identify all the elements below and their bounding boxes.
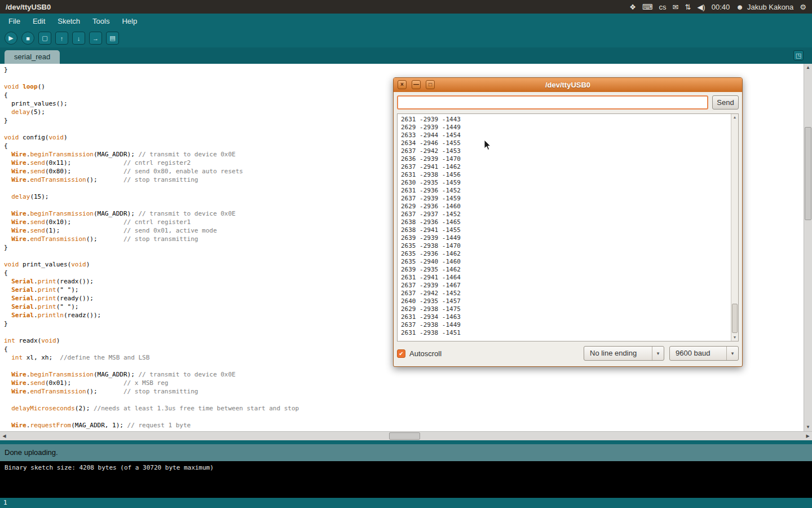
console-line: Binary sketch size: 4208 bytes (of a 307…: [5, 463, 807, 472]
serial-line: 2637 -2939 -1467: [401, 282, 735, 290]
console-output: Binary sketch size: 4208 bytes (of a 307…: [0, 461, 812, 498]
line-ending-value: No line ending: [584, 347, 652, 360]
autoscroll-checkbox[interactable]: ✔: [397, 349, 405, 358]
line-indicator-bar: 1: [0, 498, 812, 508]
code-line: delayMicroseconds(2); //needs at least 1…: [4, 404, 804, 413]
volume-icon[interactable]: ◀): [697, 3, 705, 11]
minimize-button[interactable]: —: [412, 80, 421, 89]
editor-vscroll-thumb[interactable]: [805, 127, 811, 220]
status-bar: Done uploading.: [0, 440, 812, 461]
serial-line: 2633 -2944 -1454: [401, 132, 735, 139]
serial-line: 2635 -2936 -1462: [401, 250, 735, 258]
serial-output-scrollbar[interactable]: ▲ ▼: [731, 114, 738, 341]
save-sketch-button[interactable]: ↓: [72, 32, 85, 45]
upload-button[interactable]: →: [89, 32, 102, 45]
network-traffic-icon[interactable]: ⇅: [685, 3, 691, 11]
scroll-right-icon[interactable]: ▶: [804, 432, 812, 440]
user-name: Jakub Kakona: [747, 3, 793, 11]
stop-button[interactable]: ■: [21, 32, 34, 45]
user-menu[interactable]: ☻ Jakub Kakona: [736, 3, 793, 11]
serial-line: 2639 -2935 -1462: [401, 266, 735, 274]
chevron-down-icon[interactable]: ▾: [726, 347, 738, 360]
menu-help[interactable]: Help: [116, 15, 143, 28]
serial-monitor-titlebar[interactable]: ×—□ /dev/ttyUSB0: [394, 78, 742, 92]
serial-monitor-title: /dev/ttyUSB0: [394, 81, 742, 89]
new-sketch-button[interactable]: ▢: [38, 32, 51, 45]
code-line: [4, 413, 804, 421]
menu-tools[interactable]: Tools: [86, 15, 116, 28]
indicator-icons: ❖⌨cs✉⇅◀): [629, 3, 705, 11]
user-icon: ☻: [736, 3, 744, 11]
menu-edit[interactable]: Edit: [27, 15, 51, 28]
top-panel: /dev/ttyUSB0 ❖⌨cs✉⇅◀) 00:40 ☻ Jakub Kako…: [0, 0, 812, 14]
serial-line: 2637 -2938 -1449: [401, 321, 735, 329]
code-line: }: [4, 65, 804, 74]
serial-monitor-body: Send 2631 -2939 -14432629 -2939 -1449263…: [394, 92, 742, 365]
tab-menu-button[interactable]: ◳: [793, 50, 804, 60]
menu-file[interactable]: File: [2, 15, 27, 28]
scroll-left-icon[interactable]: ◀: [0, 432, 8, 440]
send-button[interactable]: Send: [712, 95, 739, 110]
tab-serial-read[interactable]: serial_read: [5, 50, 60, 64]
serial-line: 2631 -2939 -1443: [401, 116, 735, 124]
panel-indicators: ❖⌨cs✉⇅◀) 00:40 ☻ Jakub Kakona ⚙: [629, 3, 806, 11]
screen: /dev/ttyUSB0 ❖⌨cs✉⇅◀) 00:40 ☻ Jakub Kako…: [0, 0, 812, 508]
serial-line: 2636 -2939 -1470: [401, 155, 735, 163]
serial-line: 2637 -2941 -1462: [401, 163, 735, 171]
serial-line: 2638 -2936 -1465: [401, 218, 735, 226]
serial-line: 2629 -2936 -1460: [401, 203, 735, 211]
dropbox-icon[interactable]: ❖: [629, 3, 636, 11]
baud-rate-value: 9600 baud: [670, 347, 726, 360]
serial-line: 2631 -2936 -1452: [401, 187, 735, 195]
baud-rate-select[interactable]: 9600 baud ▾: [669, 346, 739, 361]
code-line: [4, 396, 804, 404]
serial-line: 2637 -2939 -1459: [401, 195, 735, 203]
serial-monitor-window: ×—□ /dev/ttyUSB0 Send 2631 -2939 -144326…: [393, 77, 743, 367]
serial-line: 2635 -2940 -1460: [401, 258, 735, 266]
serial-line: 2631 -2941 -1464: [401, 274, 735, 282]
gear-icon[interactable]: ⚙: [800, 3, 806, 11]
serial-output-area[interactable]: 2631 -2939 -14432629 -2939 -14492633 -29…: [397, 113, 739, 341]
serial-line: 2631 -2938 -1451: [401, 329, 735, 337]
menu-sketch[interactable]: Sketch: [51, 15, 86, 28]
current-line-number: 1: [3, 499, 7, 506]
keyboard-layout-label[interactable]: cs: [659, 3, 667, 11]
serial-line: 2631 -2938 -1456: [401, 171, 735, 179]
serial-line: 2640 -2935 -1457: [401, 297, 735, 305]
panel-window-title: /dev/ttyUSB0: [6, 3, 51, 11]
window-controls: ×—□: [398, 80, 435, 89]
serial-scroll-up-icon[interactable]: ▲: [731, 114, 738, 121]
status-message: Done uploading.: [5, 448, 58, 457]
serial-line: 2635 -2938 -1470: [401, 242, 735, 250]
serial-line: 2637 -2937 -1452: [401, 211, 735, 218]
tab-strip: serial_read ◳: [0, 47, 812, 64]
serial-line: 2631 -2934 -1463: [401, 313, 735, 321]
serial-line: 2638 -2941 -1455: [401, 226, 735, 234]
serial-monitor-button[interactable]: ▤: [106, 32, 119, 45]
clock[interactable]: 00:40: [712, 3, 730, 11]
scroll-down-icon[interactable]: ▼: [804, 423, 812, 431]
serial-line: 2634 -2946 -1455: [401, 139, 735, 147]
verify-button[interactable]: ▶: [5, 32, 17, 45]
editor-horizontal-scrollbar[interactable]: ◀ ▶: [0, 431, 812, 440]
menubar: FileEditSketchToolsHelp: [0, 14, 812, 29]
serial-scroll-thumb[interactable]: [732, 304, 738, 333]
code-line: Wire.requestFrom(MAG_ADDR, 1); // reques…: [4, 421, 804, 430]
editor-hscroll-thumb[interactable]: [389, 432, 420, 440]
scroll-up-icon[interactable]: ▲: [804, 64, 812, 72]
open-sketch-button[interactable]: ↑: [55, 32, 68, 45]
chevron-down-icon[interactable]: ▾: [652, 347, 664, 360]
serial-monitor-controls: ✔ Autoscroll No line ending ▾ 9600 baud …: [397, 345, 739, 361]
serial-input[interactable]: [397, 95, 708, 110]
serial-scroll-down-icon[interactable]: ▼: [731, 334, 738, 341]
serial-line: 2629 -2938 -1475: [401, 305, 735, 313]
line-ending-select[interactable]: No line ending ▾: [584, 346, 664, 361]
keyboard-icon[interactable]: ⌨: [642, 3, 653, 11]
serial-line: 2629 -2939 -1449: [401, 124, 735, 132]
editor-vertical-scrollbar[interactable]: ▲ ▼: [804, 64, 812, 431]
close-button[interactable]: ×: [398, 80, 407, 89]
maximize-button[interactable]: □: [426, 80, 435, 89]
autoscroll-label: Autoscroll: [409, 349, 442, 358]
serial-line: 2639 -2939 -1449: [401, 234, 735, 242]
mail-icon[interactable]: ✉: [673, 3, 679, 11]
